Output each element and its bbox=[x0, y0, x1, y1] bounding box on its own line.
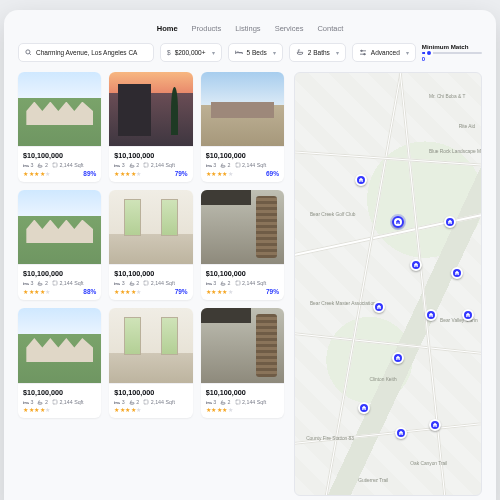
listing-stars: ★★★★★ bbox=[206, 407, 233, 413]
bath-icon bbox=[296, 49, 304, 56]
map-pin[interactable] bbox=[410, 259, 422, 271]
map-pin[interactable] bbox=[425, 309, 437, 321]
star-icon: ★ bbox=[45, 289, 50, 295]
house-icon bbox=[358, 177, 364, 183]
listing-image bbox=[109, 190, 192, 264]
listing-body: $10,100,000322,144 Sqft★★★★★88% bbox=[18, 264, 101, 300]
listing-image bbox=[201, 190, 284, 264]
map-poi-label: Blue Rock Landscape Materials bbox=[429, 149, 482, 154]
spec-baths: 2 bbox=[220, 280, 230, 286]
spec-sqft: 2,144 Sqft bbox=[143, 399, 175, 405]
chevron-down-icon: ▾ bbox=[212, 49, 215, 56]
listing-card[interactable]: $10,100,000322,144 Sqft★★★★★79% bbox=[109, 190, 192, 300]
slider-thumb[interactable] bbox=[425, 49, 433, 57]
spec-beds: 3 bbox=[114, 162, 124, 168]
star-icon: ★ bbox=[228, 407, 233, 413]
spec-baths: 2 bbox=[220, 399, 230, 405]
match-percent: 79% bbox=[266, 288, 279, 295]
map-poi-label: Mr. Chi Boba & T bbox=[429, 94, 465, 99]
spec-beds: 3 bbox=[206, 162, 216, 168]
star-icon: ★ bbox=[131, 171, 136, 177]
spec-beds: 3 bbox=[206, 280, 216, 286]
beds-filter[interactable]: 5 Beds ▾ bbox=[228, 43, 283, 62]
bed-icon bbox=[114, 400, 120, 405]
house-icon bbox=[465, 312, 471, 318]
star-icon: ★ bbox=[136, 407, 141, 413]
map-pin[interactable] bbox=[444, 216, 456, 228]
spec-baths: 2 bbox=[129, 162, 139, 168]
nav-home[interactable]: Home bbox=[157, 24, 178, 33]
area-icon bbox=[235, 399, 241, 405]
map-pin[interactable] bbox=[392, 352, 404, 364]
nav-listings[interactable]: Listings bbox=[235, 24, 260, 33]
spec-beds: 3 bbox=[206, 399, 216, 405]
match-percent: 79% bbox=[175, 170, 188, 177]
search-input[interactable]: Charming Avenue, Los Angeles CA bbox=[18, 43, 154, 62]
area-icon bbox=[143, 399, 149, 405]
listing-price: $10,100,000 bbox=[23, 388, 96, 397]
advanced-filter-label: Advanced bbox=[371, 49, 400, 56]
star-icon: ★ bbox=[40, 407, 45, 413]
map-panel[interactable]: Mr. Chi Boba & TRite AidBlue Rock Landsc… bbox=[294, 72, 482, 496]
price-filter[interactable]: $ $200,000+ ▾ bbox=[160, 43, 222, 62]
listing-card[interactable]: $10,100,000322,144 Sqft★★★★★ bbox=[109, 308, 192, 418]
svg-rect-6 bbox=[53, 163, 57, 167]
svg-rect-13 bbox=[144, 400, 148, 404]
advanced-filter[interactable]: Advanced ▾ bbox=[352, 43, 416, 62]
map-pin[interactable] bbox=[358, 402, 370, 414]
listing-card[interactable]: $10,100,000322,144 Sqft★★★★★ bbox=[201, 308, 284, 418]
bed-icon bbox=[114, 163, 120, 168]
spec-sqft: 2,144 Sqft bbox=[143, 162, 175, 168]
listing-card[interactable]: $10,100,000322,144 Sqft★★★★★79% bbox=[201, 190, 284, 300]
listing-specs: 322,144 Sqft bbox=[206, 280, 279, 286]
spec-sqft: 2,144 Sqft bbox=[143, 280, 175, 286]
listing-price: $10,100,000 bbox=[206, 388, 279, 397]
spec-baths: 2 bbox=[129, 280, 139, 286]
nav-services[interactable]: Services bbox=[275, 24, 304, 33]
svg-point-0 bbox=[26, 49, 30, 53]
svg-rect-8 bbox=[236, 163, 240, 167]
area-icon bbox=[235, 280, 241, 286]
top-nav: Home Products Listings Services Contact bbox=[4, 10, 496, 43]
listing-price: $10,100,000 bbox=[23, 151, 96, 160]
match-percent: 88% bbox=[83, 288, 96, 295]
filter-bar: Charming Avenue, Los Angeles CA $ $200,0… bbox=[4, 43, 496, 72]
beds-filter-label: 5 Beds bbox=[247, 49, 267, 56]
listing-rating-row: ★★★★★ bbox=[206, 407, 279, 413]
map-pin[interactable] bbox=[429, 419, 441, 431]
map-poi-label: County Fire Station 83 bbox=[306, 436, 354, 441]
bath-icon bbox=[37, 163, 43, 168]
listing-specs: 322,144 Sqft bbox=[23, 162, 96, 168]
map-pin[interactable] bbox=[373, 301, 385, 313]
listing-card[interactable]: $10,100,000322,144 Sqft★★★★★89% bbox=[18, 72, 101, 182]
listing-card[interactable]: $10,100,000322,144 Sqft★★★★★ bbox=[18, 308, 101, 418]
search-value: Charming Avenue, Los Angeles CA bbox=[36, 49, 137, 56]
map-pin[interactable] bbox=[451, 267, 463, 279]
nav-products[interactable]: Products bbox=[192, 24, 222, 33]
house-icon bbox=[428, 312, 434, 318]
listing-rating-row: ★★★★★79% bbox=[114, 288, 187, 295]
min-match-slider[interactable] bbox=[422, 52, 482, 54]
min-match-value: 0 bbox=[422, 56, 482, 62]
map-pin[interactable] bbox=[355, 174, 367, 186]
star-icon: ★ bbox=[125, 289, 130, 295]
baths-filter[interactable]: 2 Baths ▾ bbox=[289, 43, 346, 62]
star-icon: ★ bbox=[114, 289, 119, 295]
listing-stars: ★★★★★ bbox=[114, 407, 141, 413]
listing-card[interactable]: $10,100,000322,144 Sqft★★★★★88% bbox=[18, 190, 101, 300]
listing-rating-row: ★★★★★79% bbox=[114, 170, 187, 177]
map-pin[interactable] bbox=[392, 216, 404, 228]
listing-card[interactable]: $10,100,000322,144 Sqft★★★★★69% bbox=[201, 72, 284, 182]
bath-icon bbox=[37, 281, 43, 286]
min-match-control: Minimum Match 0 bbox=[422, 43, 482, 62]
listing-card[interactable]: $10,100,000322,144 Sqft★★★★★79% bbox=[109, 72, 192, 182]
map-pin[interactable] bbox=[395, 427, 407, 439]
listing-body: $10,100,000322,144 Sqft★★★★★ bbox=[201, 383, 284, 418]
listing-stars: ★★★★★ bbox=[23, 171, 50, 177]
nav-contact[interactable]: Contact bbox=[317, 24, 343, 33]
listing-specs: 322,144 Sqft bbox=[23, 399, 96, 405]
star-icon: ★ bbox=[206, 289, 211, 295]
listing-rating-row: ★★★★★ bbox=[114, 407, 187, 413]
listing-image bbox=[201, 72, 284, 146]
svg-rect-14 bbox=[236, 400, 240, 404]
